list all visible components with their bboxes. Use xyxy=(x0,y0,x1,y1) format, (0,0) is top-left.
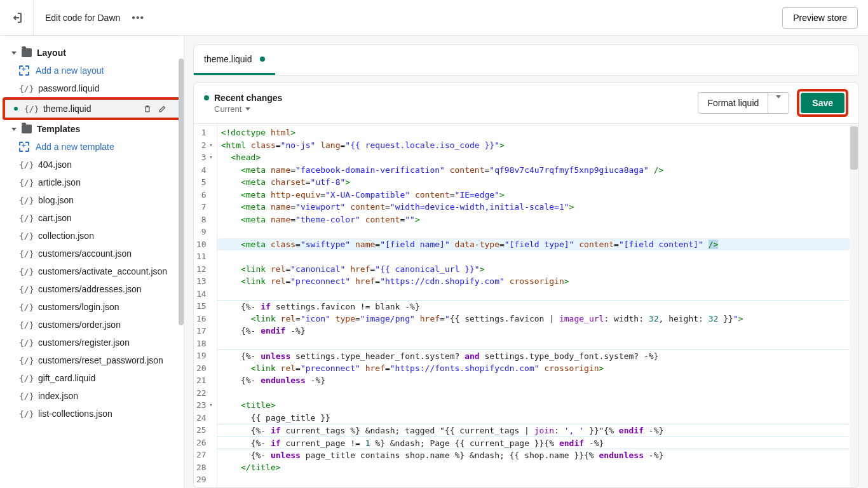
fold-icon[interactable]: ▾ xyxy=(209,399,212,412)
code-line[interactable]: {%- if current_tags %} &ndash; tagged "{… xyxy=(217,424,858,437)
file-item[interactable]: {/}collection.json xyxy=(0,227,184,245)
sidebar-scrollbar[interactable] xyxy=(179,36,184,488)
code-area[interactable]: <!doctype html><html class="no-js" lang=… xyxy=(217,124,858,487)
code-line[interactable]: <meta name="theme-color" content=""> xyxy=(217,214,858,226)
file-item[interactable]: {/}cart.json xyxy=(0,209,184,227)
code-line[interactable]: {%- if settings.favicon != blank -%} xyxy=(217,300,858,313)
code-line[interactable]: <title> xyxy=(217,399,858,412)
file-name: customers/addresses.json xyxy=(38,284,142,294)
more-icon[interactable]: ••• xyxy=(132,12,144,24)
code-line[interactable] xyxy=(217,387,858,400)
code-line[interactable]: <meta charset="utf-8"> xyxy=(217,176,858,189)
code-line[interactable] xyxy=(217,288,858,301)
file-item[interactable]: {/}404.json xyxy=(0,156,184,173)
save-highlight: Save xyxy=(797,89,848,117)
code-line[interactable]: <link rel="preconnect" href="https://cdn… xyxy=(217,275,858,288)
line-number: 11 xyxy=(196,250,212,263)
file-item[interactable]: {/}customers/order.json xyxy=(0,316,184,334)
code-line[interactable]: {{ page_title }} xyxy=(217,412,858,424)
file-name: gift_card.liquid xyxy=(38,373,95,383)
preview-store-button[interactable]: Preview store xyxy=(782,7,858,29)
code-line[interactable]: <meta class="swiftype" name="[field name… xyxy=(217,238,858,251)
file-item[interactable]: {/}theme.liquid xyxy=(5,100,179,118)
file-item[interactable]: {/}list-collections.json xyxy=(0,405,184,423)
save-button[interactable]: Save xyxy=(801,93,844,113)
code-file-icon: {/} xyxy=(19,285,32,294)
code-line[interactable]: </title> xyxy=(217,461,858,474)
line-number: 10 xyxy=(196,238,212,251)
file-name: list-collections.json xyxy=(38,409,112,419)
format-liquid-button[interactable]: Format liquid xyxy=(698,92,789,114)
code-line[interactable]: <head> xyxy=(217,151,858,164)
editor-scrollbar[interactable] xyxy=(850,124,858,487)
code-line[interactable] xyxy=(217,226,858,238)
line-number: 5 xyxy=(196,176,212,189)
code-line[interactable] xyxy=(217,337,858,350)
code-line[interactable]: <html class="no-js" lang="{{ request.loc… xyxy=(217,139,858,152)
line-number: 7 xyxy=(196,201,212,214)
fold-icon[interactable]: ▾ xyxy=(209,151,212,164)
code-file-icon: {/} xyxy=(24,104,37,114)
code-file-icon: {/} xyxy=(19,391,32,401)
file-item[interactable]: {/}customers/activate_account.json xyxy=(0,262,184,280)
code-line[interactable]: <meta http-equiv="X-UA-Compatible" conte… xyxy=(217,189,858,201)
code-line[interactable]: {%- unless settings.type_header_font.sys… xyxy=(217,349,858,362)
editor-toolbar: Recent changes Current Format liquid Sav… xyxy=(194,83,858,124)
add-new-templates[interactable]: Add a new template xyxy=(0,138,184,156)
code-file-icon: {/} xyxy=(19,338,32,348)
line-number: 20 xyxy=(196,362,212,375)
line-number: 9 xyxy=(196,226,212,238)
code-line[interactable] xyxy=(217,250,858,263)
file-item[interactable]: {/}customers/account.json xyxy=(0,245,184,262)
trash-icon[interactable] xyxy=(143,104,152,113)
file-name: cart.json xyxy=(38,213,72,223)
code-line[interactable]: <link rel="canonical" href="{{ canonical… xyxy=(217,263,858,276)
line-number: 1 xyxy=(196,126,212,139)
code-line[interactable]: <link rel="icon" type="image/png" href="… xyxy=(217,313,858,325)
code-line[interactable]: {%- endif -%} xyxy=(217,325,858,337)
code-line[interactable]: <meta name="facebook-domain-verification… xyxy=(217,164,858,177)
file-name: collection.json xyxy=(38,231,94,241)
file-item[interactable]: {/}article.json xyxy=(0,173,184,191)
code-line[interactable]: <!doctype html> xyxy=(217,126,858,139)
divider xyxy=(33,0,34,36)
file-item[interactable]: {/}gift_card.liquid xyxy=(0,369,184,387)
line-number: 16 xyxy=(196,313,212,325)
tab-theme-liquid[interactable]: theme.liquid xyxy=(194,45,275,75)
file-item[interactable]: {/}password.liquid xyxy=(0,79,184,97)
code-line[interactable]: {%- endunless -%} xyxy=(217,374,858,387)
section-header-templates[interactable]: Templates xyxy=(0,120,184,138)
file-name: theme.liquid xyxy=(43,104,92,114)
version-dropdown[interactable]: Current xyxy=(204,104,282,114)
file-item[interactable]: {/}customers/reset_password.json xyxy=(0,351,184,369)
file-item[interactable]: {/}index.json xyxy=(0,387,184,405)
code-line[interactable]: <meta name="viewport" content="width=dev… xyxy=(217,201,858,214)
exit-icon[interactable] xyxy=(10,11,23,24)
code-file-icon: {/} xyxy=(19,196,32,205)
edit-icon[interactable] xyxy=(158,104,167,113)
add-new-layout[interactable]: Add a new layout xyxy=(0,62,184,79)
chevron-down-icon xyxy=(245,107,250,111)
code-line[interactable] xyxy=(217,473,858,486)
file-item[interactable]: {/}customers/addresses.json xyxy=(0,280,184,298)
code-line[interactable]: <link rel="preconnect" href="https://fon… xyxy=(217,362,858,375)
file-sidebar: LayoutAdd a new layout{/}password.liquid… xyxy=(0,36,184,488)
code-editor[interactable]: 12▾3▾4567891011121314151617181920212223▾… xyxy=(194,124,858,487)
line-number: 3▾ xyxy=(196,151,212,164)
code-line[interactable]: {%- if current_page != 1 %} &ndash; Page… xyxy=(217,437,858,449)
line-number: 12 xyxy=(196,263,212,276)
line-number: 29 xyxy=(196,473,212,486)
section-header-layout[interactable]: Layout xyxy=(0,44,184,62)
code-line[interactable]: {%- unless page_title contains shop.name… xyxy=(217,449,858,461)
code-file-icon: {/} xyxy=(19,409,32,419)
file-item[interactable]: {/}customers/login.json xyxy=(0,298,184,316)
file-item[interactable]: {/}blog.json xyxy=(0,191,184,209)
file-item[interactable]: {/}customers/register.json xyxy=(0,334,184,351)
add-icon xyxy=(19,142,29,152)
folder-icon xyxy=(22,125,32,133)
format-dropdown-icon[interactable] xyxy=(768,93,789,113)
fold-icon[interactable]: ▾ xyxy=(209,139,212,152)
recent-changes-label: Recent changes xyxy=(214,93,282,103)
folder-icon xyxy=(22,48,32,57)
line-number: 26 xyxy=(196,437,212,449)
